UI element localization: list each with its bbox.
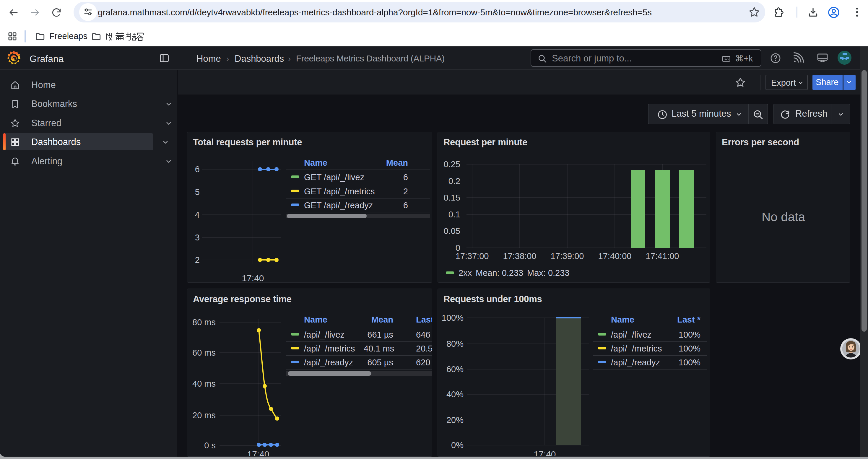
svg-text:20%: 20%: [446, 415, 464, 425]
svg-text:2: 2: [195, 255, 200, 265]
svg-text:6: 6: [195, 165, 200, 174]
svg-text:0.2: 0.2: [448, 176, 460, 186]
svg-text:0.05: 0.05: [444, 226, 460, 236]
svg-text:17:40:00: 17:40:00: [598, 251, 632, 261]
svg-text:17:37:00: 17:37:00: [456, 251, 489, 261]
svg-text:5: 5: [195, 187, 200, 197]
svg-text:40 ms: 40 ms: [192, 379, 216, 388]
svg-text:100%: 100%: [442, 313, 464, 323]
svg-text:0%: 0%: [451, 440, 464, 450]
svg-text:0 s: 0 s: [204, 441, 216, 450]
svg-text:4: 4: [195, 210, 200, 220]
svg-text:0.1: 0.1: [448, 210, 460, 219]
svg-text:17:38:00: 17:38:00: [503, 251, 536, 261]
svg-text:17:41:00: 17:41:00: [646, 251, 679, 261]
svg-text:40%: 40%: [446, 390, 464, 399]
svg-text:3: 3: [195, 233, 200, 242]
svg-text:80%: 80%: [446, 339, 464, 349]
svg-text:17:40: 17:40: [533, 449, 556, 457]
svg-text:17:40: 17:40: [247, 449, 269, 457]
svg-text:0.15: 0.15: [444, 193, 460, 202]
svg-text:20 ms: 20 ms: [192, 411, 216, 420]
svg-text:60 ms: 60 ms: [192, 348, 216, 357]
svg-text:80 ms: 80 ms: [192, 318, 216, 327]
svg-text:60%: 60%: [446, 364, 464, 374]
svg-text:0.25: 0.25: [444, 160, 460, 169]
svg-text:17:40: 17:40: [242, 273, 264, 283]
svg-text:17:39:00: 17:39:00: [551, 251, 584, 261]
